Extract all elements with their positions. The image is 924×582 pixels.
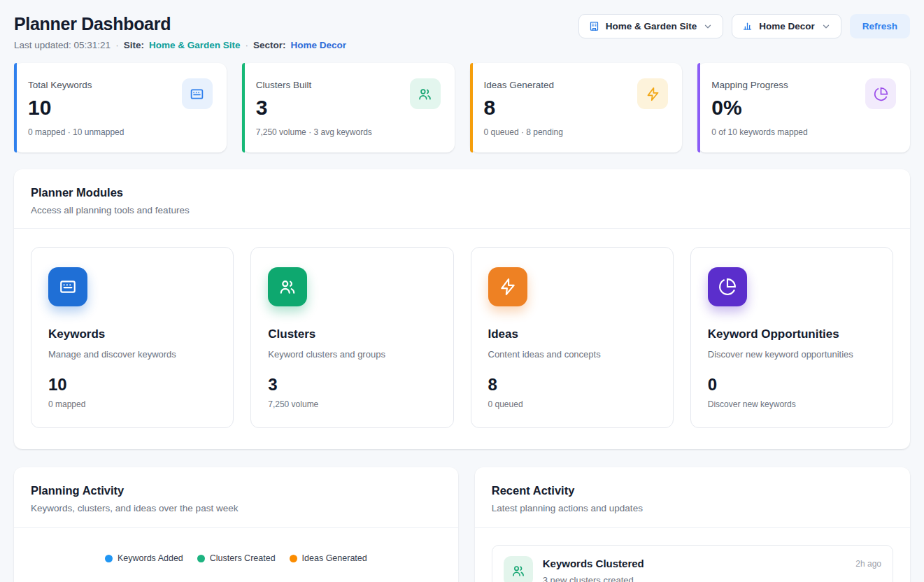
refresh-button[interactable]: Refresh [850, 14, 910, 38]
dot-separator: · [115, 40, 119, 50]
activity-text: Keywords Clustered 3 new clusters create… [543, 556, 846, 582]
module-description: Manage and discover keywords [48, 349, 216, 360]
legend-dot-blue [105, 555, 113, 562]
keyboard-icon [48, 267, 87, 306]
activity-list-item: Keywords Clustered 3 new clusters create… [492, 545, 893, 582]
module-value: 10 [48, 375, 216, 395]
module-card-ideas[interactable]: Ideas Content ideas and concepts 8 0 que… [471, 247, 674, 428]
bottom-row: Planning Activity Keywords, clusters, an… [14, 467, 910, 582]
module-title: Keyword Opportunities [708, 327, 876, 341]
header-controls: Home & Garden Site Home Decor Refresh [578, 14, 910, 38]
module-caption: 0 queued [488, 399, 656, 409]
pie-chart-icon [865, 78, 896, 109]
stat-caption: 7,250 volume · 3 avg keywords [256, 127, 441, 137]
stat-caption: 0 mapped · 10 unmapped [28, 127, 213, 137]
lightning-bolt-icon [637, 78, 668, 109]
activity-title: Keywords Clustered [543, 556, 846, 569]
chevron-down-icon [821, 22, 831, 31]
users-icon [268, 267, 307, 306]
stat-caption: 0 of 10 keywords mapped [711, 127, 896, 137]
sector-label: Sector: [253, 40, 286, 50]
stat-card-ideas-generated: Ideas Generated 8 0 queued · 8 pending [470, 63, 683, 152]
legend-dot-orange [290, 555, 297, 562]
modules-grid: Keywords Manage and discover keywords 10… [14, 229, 910, 449]
planning-activity-header: Planning Activity Keywords, clusters, an… [14, 467, 458, 528]
site-label: Site: [124, 40, 144, 50]
users-icon [504, 556, 533, 582]
chevron-down-icon [703, 22, 713, 31]
sector-selector-value: Home Decor [759, 21, 815, 31]
site-selector-dropdown[interactable]: Home & Garden Site [578, 14, 724, 38]
dot-separator: · [245, 40, 248, 50]
module-caption: 7,250 volume [268, 399, 436, 409]
last-updated-text: Last updated: 05:31:21 [14, 40, 111, 50]
stat-card-total-keywords: Total Keywords 10 0 mapped · 10 unmapped [14, 63, 227, 152]
module-value: 0 [708, 375, 876, 395]
module-title: Keywords [48, 327, 216, 341]
activity-description: 3 new clusters created [543, 575, 846, 582]
stat-caption: 0 queued · 8 pending [484, 127, 669, 137]
meta-row: Last updated: 05:31:21 · Site: Home & Ga… [14, 40, 346, 50]
sector-selector-dropdown[interactable]: Home Decor [732, 14, 841, 38]
module-description: Keyword clusters and groups [268, 349, 436, 360]
page-header: Planner Dashboard Last updated: 05:31:21… [14, 14, 910, 50]
module-description: Discover new keyword opportunities [708, 349, 876, 360]
planner-dashboard-page: Planner Dashboard Last updated: 05:31:21… [0, 0, 924, 582]
planner-modules-header: Planner Modules Access all planning tool… [14, 169, 910, 229]
legend-item-clusters-created[interactable]: Clusters Created [197, 553, 276, 563]
legend-label: Keywords Added [118, 553, 183, 563]
planning-activity-card: Planning Activity Keywords, clusters, an… [14, 467, 458, 582]
module-caption: 0 mapped [48, 399, 216, 409]
chart-plot-area: 25 25 24 [31, 579, 441, 582]
sector-link[interactable]: Home Decor [290, 40, 346, 50]
area-chart-svg [59, 579, 450, 582]
module-description: Content ideas and concepts [488, 349, 656, 360]
keyboard-icon [182, 78, 213, 109]
legend-item-keywords-added[interactable]: Keywords Added [105, 553, 183, 563]
activity-timestamp: 2h ago [855, 556, 881, 569]
chart-legend: Keywords Added Clusters Created Ideas Ge… [31, 553, 441, 563]
bar-chart-icon [742, 21, 753, 31]
planner-modules-panel: Planner Modules Access all planning tool… [14, 169, 910, 449]
recent-activity-header: Recent Activity Latest planning actions … [475, 467, 910, 528]
module-value: 3 [268, 375, 436, 395]
site-selector-value: Home & Garden Site [606, 21, 697, 31]
page-title: Planner Dashboard [14, 14, 346, 34]
stat-card-clusters-built: Clusters Built 3 7,250 volume · 3 avg ke… [242, 63, 455, 152]
section-title: Recent Activity [492, 484, 893, 497]
module-card-keywords[interactable]: Keywords Manage and discover keywords 10… [31, 247, 234, 428]
section-subtitle: Latest planning actions and updates [492, 503, 893, 513]
section-title: Planner Modules [31, 186, 893, 199]
module-caption: Discover new keywords [708, 399, 876, 409]
section-subtitle: Keywords, clusters, and ideas over the p… [31, 503, 441, 513]
stats-row: Total Keywords 10 0 mapped · 10 unmapped… [14, 63, 910, 152]
module-title: Clusters [268, 327, 436, 341]
stat-card-mapping-progress: Mapping Progress 0% 0 of 10 keywords map… [697, 63, 910, 152]
module-card-clusters[interactable]: Clusters Keyword clusters and groups 3 7… [250, 247, 453, 428]
legend-label: Ideas Generated [302, 553, 367, 563]
pie-chart-icon [708, 267, 747, 306]
module-card-keyword-opportunities[interactable]: Keyword Opportunities Discover new keywo… [690, 247, 893, 428]
section-subtitle: Access all planning tools and features [31, 205, 893, 215]
site-link[interactable]: Home & Garden Site [149, 40, 241, 50]
legend-item-ideas-generated[interactable]: Ideas Generated [290, 553, 367, 563]
activity-list: Keywords Clustered 3 new clusters create… [475, 528, 910, 582]
legend-dot-green [197, 555, 205, 562]
recent-activity-card: Recent Activity Latest planning actions … [475, 467, 910, 582]
activity-chart: Keywords Added Clusters Created Ideas Ge… [14, 528, 458, 582]
module-title: Ideas [488, 327, 656, 341]
legend-label: Clusters Created [210, 553, 276, 563]
header-left: Planner Dashboard Last updated: 05:31:21… [14, 14, 346, 50]
building-icon [589, 21, 599, 31]
lightning-bolt-icon [488, 267, 527, 306]
module-value: 8 [488, 375, 656, 395]
users-icon [410, 78, 441, 109]
section-title: Planning Activity [31, 484, 441, 497]
